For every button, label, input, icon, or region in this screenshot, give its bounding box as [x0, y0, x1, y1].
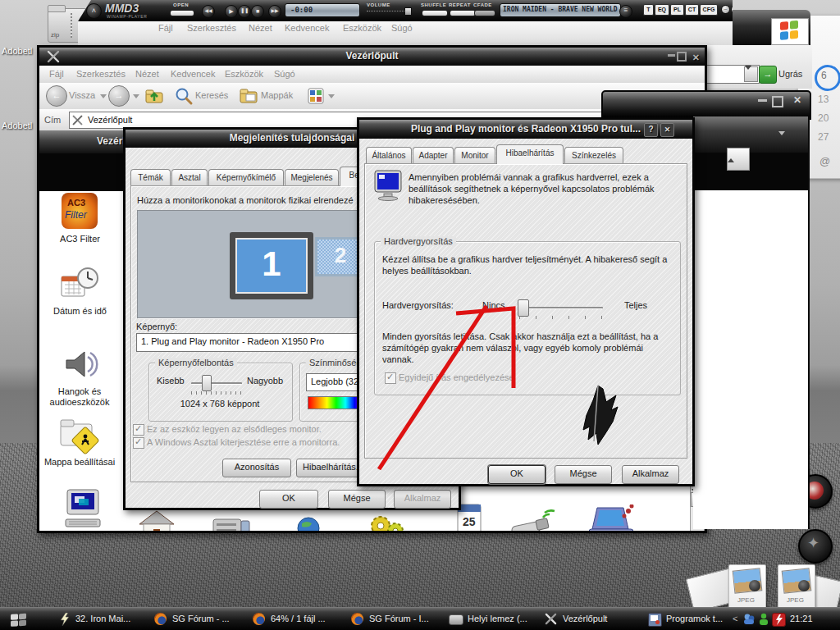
task-control-panel[interactable]: Vezérlőpult [563, 614, 607, 623]
playlist-menu-button[interactable]: ≡ [619, 5, 632, 18]
folder-options-icon[interactable] [59, 416, 100, 455]
menu-view[interactable]: Nézet [135, 69, 159, 79]
player-minimize-button[interactable]: – [721, 5, 730, 14]
tab-adapter[interactable]: Adapter [413, 147, 454, 163]
previous-track-button[interactable]: ◀◀ [202, 5, 215, 18]
winamp-player-bar[interactable]: ˄ MMD3 WINAMP-PLAYER OPEN ◀◀ ▶ ❚❚ ■ ▶▶ -… [78, 0, 733, 21]
drive-applet-icon[interactable] [212, 513, 251, 531]
task-firefox-2[interactable]: 64% / 1 fájl ... [271, 614, 326, 623]
tray-chevron[interactable]: < [733, 614, 737, 623]
views-dropdown-icon[interactable] [328, 94, 335, 98]
close-icon[interactable]: ✕ [793, 94, 801, 106]
shuffle-toggle[interactable] [422, 10, 448, 16]
globe-applet-icon[interactable] [292, 516, 325, 531]
minimize-icon[interactable] [758, 99, 767, 102]
ok-button[interactable]: OK [488, 465, 546, 484]
player-window-button-t[interactable]: T [643, 4, 654, 16]
go-arrow-icon[interactable]: → [759, 66, 777, 84]
task-disk[interactable]: Helyi lemez (... [468, 614, 527, 623]
combo-dropdown-button[interactable] [744, 66, 758, 82]
apply-button[interactable]: Alkalmaz [622, 465, 679, 484]
search-label[interactable]: Keresés [195, 90, 228, 100]
player-window-button-eq[interactable]: EQ [655, 4, 669, 16]
monitor-1-preview[interactable]: 1 [230, 232, 313, 299]
stop-button[interactable]: ■ [251, 5, 264, 18]
cancel-button[interactable]: Mégse [328, 490, 386, 509]
search-icon[interactable] [174, 86, 194, 106]
menu-help[interactable]: Súgó [274, 69, 295, 79]
tab-appearance[interactable]: Megjelenés [285, 169, 339, 185]
laptop-bluetooth-icon[interactable] [586, 504, 637, 531]
menu-tools[interactable]: Eszközök [225, 69, 263, 79]
acceleration-slider-track[interactable] [518, 307, 603, 309]
write-combining-checkbox[interactable] [385, 372, 396, 384]
tab-monitor[interactable]: Monitor [454, 147, 495, 163]
task-firefox-1[interactable]: SG Fórum - ... [172, 614, 230, 623]
desktop-icon-label-2[interactable]: Adobetl [2, 121, 32, 130]
acceleration-slider-handle[interactable] [518, 299, 529, 317]
close-icon[interactable]: ✕ [692, 49, 700, 66]
folders-label[interactable]: Mappák [261, 90, 293, 100]
background-go-label[interactable]: Ugrás [778, 69, 802, 79]
tray-user-icon[interactable] [758, 613, 769, 625]
ok-button[interactable]: OK [259, 490, 318, 509]
tab-themes[interactable]: Témák [130, 169, 171, 185]
control-panel-titlebar[interactable]: Vezérlőpult ✕ [39, 48, 705, 66]
computer-icon[interactable] [64, 488, 102, 531]
tab-desktop[interactable]: Asztal [171, 169, 208, 185]
cancel-button[interactable]: Mégse [555, 465, 612, 484]
start-button[interactable] [10, 612, 28, 627]
jpeg-file-icon-2[interactable]: JPEG [778, 564, 815, 609]
radeon-dialog-titlebar[interactable]: Plug and Play monitor és Radeon X1950 Pr… [359, 120, 692, 139]
desktop-icon-label-1[interactable]: Adobetl [2, 46, 32, 56]
menu-favorites[interactable]: Kedvencek [285, 23, 329, 33]
ac3-filter-icon[interactable]: AC3 Filter [62, 193, 98, 229]
pane-collapse-icon[interactable] [778, 131, 785, 135]
identify-button[interactable]: Azonosítás [222, 459, 291, 477]
up-folder-icon[interactable] [144, 86, 164, 106]
home-applet-icon[interactable] [138, 509, 176, 531]
menu-tools[interactable]: Eszközök [343, 23, 381, 33]
back-label[interactable]: Vissza [69, 90, 95, 100]
views-icon[interactable] [307, 87, 325, 105]
tray-winamp-icon[interactable] [772, 613, 786, 627]
tab-troubleshoot[interactable]: Hibaelhárítás [496, 144, 564, 164]
scroll-up-button[interactable] [727, 148, 750, 171]
date-time-icon[interactable] [60, 263, 99, 303]
maximize-icon[interactable] [677, 52, 687, 62]
back-dropdown-icon[interactable] [100, 94, 107, 98]
sounds-icon[interactable] [62, 345, 99, 383]
applet-label-folder-options[interactable]: Mappa beállításai [39, 457, 120, 468]
jpeg-file-icon-1[interactable]: JPEG [728, 564, 766, 609]
play-button[interactable]: ▶ [225, 5, 238, 18]
applet-label-sounds[interactable]: Hangok és audioeszközök [39, 386, 120, 408]
applet-label-datetime[interactable]: Dátum és idő [41, 306, 119, 317]
volume-slider-handle[interactable] [404, 7, 412, 16]
primary-monitor-checkbox[interactable] [133, 424, 144, 436]
menu-file[interactable]: Fájl [49, 69, 64, 79]
task-winamp[interactable]: 32. Iron Mai... [75, 614, 130, 623]
repeat-toggle[interactable] [450, 10, 476, 16]
forward-dropdown-icon[interactable] [133, 94, 139, 98]
task-firefox-3[interactable]: SG Fórum - I... [369, 614, 429, 623]
player-window-button-ct[interactable]: CT [685, 4, 699, 16]
maximize-icon[interactable] [772, 96, 783, 107]
player-collapse-button[interactable]: ˄ [86, 3, 102, 19]
forward-button[interactable]: → [108, 85, 130, 107]
menu-file[interactable]: Fájl [158, 23, 173, 33]
explorer-window-titlebar-fragment[interactable]: ✕ [601, 90, 811, 120]
menu-edit[interactable]: Szerkesztés [76, 69, 126, 79]
task-programs[interactable]: Programok t... [666, 614, 723, 623]
player-window-button-cfg[interactable]: CFG [700, 4, 718, 16]
resolution-slider-track[interactable] [191, 382, 242, 385]
menu-edit[interactable]: Szerkesztés [187, 23, 236, 33]
folders-icon[interactable] [239, 86, 258, 106]
resolution-slider-handle[interactable] [202, 375, 212, 391]
player-window-button-pl[interactable]: PL [670, 4, 684, 16]
back-button[interactable]: ← [46, 85, 67, 107]
next-track-button[interactable]: ▶▶ [268, 5, 281, 18]
tab-general[interactable]: Általános [366, 147, 412, 163]
pause-button[interactable]: ❚❚ [238, 5, 251, 18]
wireless-usb-icon[interactable] [509, 508, 558, 531]
gears-applet-icon[interactable] [364, 509, 409, 531]
